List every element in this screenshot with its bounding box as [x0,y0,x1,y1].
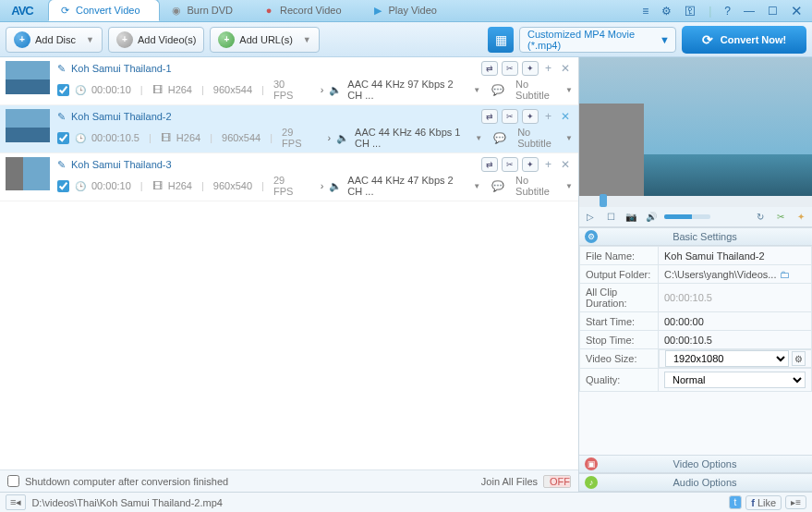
add-icon[interactable]: + [542,110,554,123]
timeline-cursor[interactable] [600,194,607,207]
collapse-icon[interactable]: ≡◂ [6,494,26,510]
help-icon[interactable]: ? [721,3,734,19]
subtitle[interactable]: No Subtitle [515,79,560,101]
mute-button[interactable]: 🔊 [644,210,659,225]
film-icon: 🎞 [152,180,163,191]
key-icon[interactable]: ⚿ [681,3,699,19]
clock-icon: 🕒 [75,85,86,95]
audio-info[interactable]: AAC 44 KHz 47 Kbps 2 CH ... [347,175,467,197]
minimize-icon[interactable]: ― [740,3,758,19]
convert-button[interactable]: ⟳ Convert Now! [682,26,806,54]
audio-info[interactable]: AAC 44 KHz 97 Kbps 2 CH ... [347,79,467,101]
wand-icon[interactable]: ✦ [522,157,539,172]
like-label: Like [757,497,776,508]
add-disc-button[interactable]: + Add Disc ▼ [6,27,103,53]
maximize-icon[interactable]: ☐ [764,3,782,19]
film-icon: 🎞 [161,132,171,143]
start-time-input[interactable] [664,316,806,327]
tab-burn-dvd[interactable]: ◉ Burn DVD [160,0,253,21]
close-icon[interactable]: ✕ [787,1,806,21]
plus-icon: + [14,31,30,48]
play-button[interactable]: ▷ [583,210,598,225]
chevron-down-icon: ▼ [303,35,311,44]
swap-icon[interactable]: ⇄ [481,109,498,124]
convert-icon: ⟳ [58,4,71,17]
chevron-down-icon[interactable]: ▼ [473,86,480,94]
audio-info[interactable]: AAC 44 KHz 46 Kbps 1 CH ... [355,127,469,149]
wand-icon[interactable]: ✦ [522,109,539,124]
add-videos-button[interactable]: + Add Video(s) [108,27,204,53]
basic-settings-header[interactable]: ⚙ Basic Settings [579,227,812,246]
cut-icon[interactable]: ✂ [502,157,518,172]
chevron-down-icon[interactable]: ▼ [475,134,482,142]
snapshot-button[interactable]: 📷 [624,210,638,225]
button-label: Add Video(s) [138,34,196,45]
play-controls: ▷ ☐ 📷 🔊 ↻ ✂ ✦ [579,207,812,227]
field-label: Quality: [580,369,659,392]
advanced-icon[interactable]: ⚙ [792,351,805,366]
loop-icon[interactable]: ↻ [753,210,768,225]
add-icon[interactable]: + [542,158,554,171]
file-name-input[interactable] [664,250,806,262]
video-item[interactable]: ✎ Koh Samui Thailand-2 ⇄ ✂ ✦ + ✕ 🕒 [0,105,578,153]
film-icon[interactable]: ▦ [488,27,514,53]
join-toggle[interactable]: OFF [543,475,571,488]
shutdown-checkbox[interactable] [7,475,19,487]
include-checkbox[interactable] [57,180,69,192]
chevron-down-icon[interactable]: ▼ [565,86,573,94]
expand-icon[interactable]: ▸≡ [785,495,806,509]
tab-convert-video[interactable]: ⟳ Convert Video [48,0,160,21]
wand-icon[interactable]: ✦ [794,210,808,225]
chevron-down-icon[interactable]: ▼ [565,182,573,190]
tab-label: Record Video [280,5,341,16]
cut-icon[interactable]: ✂ [502,61,518,76]
stop-time-input[interactable] [664,335,806,346]
audio-options-header[interactable]: ♪ Audio Options [579,473,812,492]
title-bar: AVC ⟳ Convert Video ◉ Burn DVD ● Record … [0,0,812,22]
video-size-select[interactable]: 1920x1080 [665,350,789,367]
volume-slider[interactable] [664,214,710,219]
video-icon: ▣ [585,457,598,470]
wand-icon[interactable]: ✦ [522,61,539,76]
swap-icon[interactable]: ⇄ [481,157,498,172]
settings-icon[interactable]: ⚙ [658,3,675,19]
tab-play-video[interactable]: ▶ Play Video [361,0,456,21]
include-checkbox[interactable] [57,84,69,96]
chevron-down-icon[interactable]: ▼ [565,134,573,142]
remove-icon[interactable]: ✕ [558,158,573,171]
output-format-select[interactable]: Customized MP4 Movie (*.mp4) ▼ [519,27,676,53]
fb-like-button[interactable]: fLike [745,495,782,510]
output-format-value: Customized MP4 Movie (*.mp4) [527,29,659,51]
tab-record-video[interactable]: ● Record Video [252,0,360,21]
folder-icon[interactable]: 🗀 [780,269,790,280]
add-icon[interactable]: + [542,62,554,75]
remove-icon[interactable]: ✕ [558,110,573,123]
edit-icon[interactable]: ✎ [57,111,66,123]
chevron-down-icon[interactable]: ▼ [473,182,480,190]
video-list: ✎ Koh Samui Thailand-1 ⇄ ✂ ✦ + ✕ 🕒 [0,57,578,469]
video-item[interactable]: ✎ Koh Samui Thailand-1 ⇄ ✂ ✦ + ✕ 🕒 [0,57,578,105]
plus-icon: + [218,31,235,48]
subtitle[interactable]: No Subtitle [517,127,560,149]
twitter-button[interactable]: t [729,495,743,509]
edit-icon[interactable]: ✎ [57,159,66,171]
stop-button[interactable]: ☐ [603,210,618,225]
add-urls-button[interactable]: + Add URL(s) ▼ [210,27,319,53]
cut-icon[interactable]: ✂ [773,210,788,225]
subtitle[interactable]: No Subtitle [515,175,560,197]
disc-icon: ◉ [170,4,183,17]
cut-icon[interactable]: ✂ [502,109,518,124]
thumbnail [6,157,50,190]
tabs: ⟳ Convert Video ◉ Burn DVD ● Record Vide… [44,0,638,21]
menu-icon[interactable]: ≡ [638,3,652,19]
timeline[interactable] [579,196,812,207]
video-item[interactable]: ✎ Koh Samui Thailand-3 ⇄ ✂ ✦ + ✕ 🕒 [0,153,578,201]
remove-icon[interactable]: ✕ [558,62,573,75]
audio-icon: ♪ [585,476,598,489]
include-checkbox[interactable] [57,132,69,144]
duration: 00:00:10.5 [91,132,139,143]
video-options-header[interactable]: ▣ Video Options [579,455,812,473]
quality-select[interactable]: Normal [664,372,806,388]
edit-icon[interactable]: ✎ [57,63,66,75]
swap-icon[interactable]: ⇄ [481,61,498,76]
